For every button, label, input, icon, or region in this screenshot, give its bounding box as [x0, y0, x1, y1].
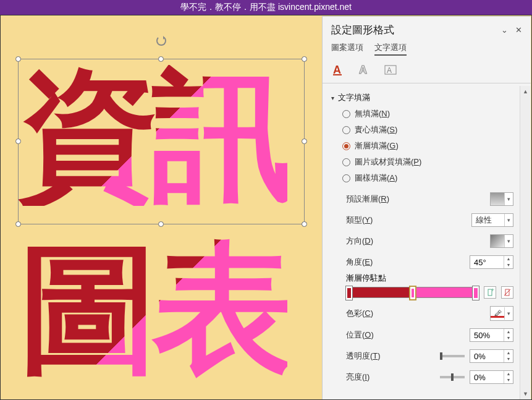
- color-picker-button[interactable]: 🖉 ▾: [490, 306, 513, 321]
- label-position: 位置(O): [346, 330, 374, 341]
- remove-stop-button[interactable]: [501, 286, 513, 299]
- spin-up-icon[interactable]: ▲: [504, 256, 513, 262]
- label-color: 色彩(C): [346, 308, 373, 319]
- section-text-fill[interactable]: ▾ 文字填滿: [331, 90, 527, 108]
- dropdown-arrow-icon: ▾: [504, 235, 513, 247]
- spin-down-icon[interactable]: ▼: [504, 262, 513, 268]
- radio-icon: [342, 174, 350, 182]
- label-type: 類型(Y): [346, 215, 373, 226]
- swatch-icon: [491, 235, 504, 247]
- resize-handle[interactable]: [15, 56, 21, 62]
- spin-up-icon[interactable]: ▲: [504, 329, 513, 335]
- radio-label: 實心填滿(S): [355, 124, 397, 135]
- angle-spinner[interactable]: ▲▼: [470, 255, 513, 269]
- swatch-icon: [491, 193, 504, 205]
- angle-input[interactable]: [470, 256, 504, 268]
- radio-icon: [342, 142, 350, 150]
- selection-box[interactable]: [18, 59, 305, 224]
- tab-shape-options[interactable]: 圖案選項: [331, 42, 363, 56]
- resize-handle[interactable]: [158, 221, 164, 227]
- slide-canvas[interactable]: 資訊 圖表: [1, 15, 322, 400]
- svg-rect-1: [333, 74, 342, 75]
- type-dropdown[interactable]: 線性 ▾: [471, 213, 513, 227]
- dropdown-value: 線性: [472, 214, 504, 226]
- text-effects-icon[interactable]: A: [357, 63, 372, 77]
- direction-dropdown[interactable]: ▾: [490, 234, 513, 248]
- gradient-bar[interactable]: [346, 287, 479, 298]
- svg-text:+: +: [491, 288, 494, 293]
- transparency-input[interactable]: [470, 350, 504, 362]
- textbox-icon[interactable]: A: [383, 63, 398, 77]
- label-direction: 方向(D): [346, 236, 373, 247]
- titlebar-text: 學不完．教不停．用不盡 isvincent.pixnet.net: [180, 2, 352, 13]
- resize-handle[interactable]: [15, 221, 21, 227]
- radio-label: 無填滿(N): [355, 108, 390, 119]
- radio-icon: [342, 126, 350, 134]
- tab-text-options[interactable]: 文字選項: [374, 42, 407, 56]
- dropdown-arrow-icon: ▾: [504, 214, 513, 226]
- spin-down-icon[interactable]: ▼: [504, 335, 513, 341]
- brightness-input[interactable]: [470, 371, 504, 383]
- preset-gradient-dropdown[interactable]: ▾: [490, 192, 513, 206]
- label-angle: 角度(E): [346, 257, 373, 268]
- resize-handle[interactable]: [15, 138, 21, 144]
- brightness-spinner[interactable]: ▲▼: [470, 370, 513, 384]
- position-spinner[interactable]: ▲▼: [470, 328, 513, 342]
- add-stop-button[interactable]: +: [484, 286, 496, 299]
- gradient-stop[interactable]: [345, 286, 353, 300]
- spin-up-icon[interactable]: ▲: [504, 350, 513, 356]
- radio-gradient-fill[interactable]: 漸層填滿(G): [342, 140, 527, 151]
- panel-body: ▾ 文字填滿 document.querySelector('.caret').…: [323, 86, 531, 399]
- panel-close-icon[interactable]: ✕: [515, 25, 522, 35]
- radio-pattern-fill[interactable]: 圖樣填滿(A): [342, 172, 527, 184]
- workspace: 資訊 圖表 設定圖形格式 ⌄ ✕ 圖案選項 文字選項: [0, 15, 532, 400]
- radio-no-fill[interactable]: 無填滿(N): [342, 108, 527, 119]
- panel-collapse-icon[interactable]: ⌄: [501, 25, 508, 35]
- panel-title: 設定圖形格式: [331, 23, 394, 37]
- spin-down-icon[interactable]: ▼: [504, 377, 513, 383]
- radio-icon: [342, 158, 350, 166]
- rotate-handle[interactable]: [156, 36, 166, 46]
- wordart-row2[interactable]: 圖表: [18, 238, 287, 379]
- text-fill-outline-icon[interactable]: A: [331, 63, 346, 77]
- spin-up-icon[interactable]: ▲: [504, 371, 513, 377]
- label-preset: 預設漸層(R): [346, 194, 389, 205]
- caret-down-icon: ▾: [331, 95, 334, 101]
- panel-scrollbar[interactable]: ▲ ▼: [520, 86, 531, 399]
- resize-handle[interactable]: [158, 56, 164, 62]
- brightness-slider[interactable]: [440, 376, 465, 378]
- dropdown-arrow-icon: ▾: [504, 307, 513, 320]
- format-shape-panel: 設定圖形格式 ⌄ ✕ 圖案選項 文字選項 A A A ▾ 文字填滿: [322, 16, 531, 399]
- scroll-down-icon[interactable]: ▼: [520, 388, 531, 399]
- label-stops: 漸層停駐點: [331, 269, 527, 286]
- transparency-slider[interactable]: [440, 355, 465, 357]
- resize-handle[interactable]: [302, 221, 307, 227]
- window-titlebar: 學不完．教不停．用不盡 isvincent.pixnet.net: [0, 0, 532, 15]
- radio-label: 圖樣填滿(A): [355, 172, 397, 184]
- gradient-stop-selected[interactable]: [409, 286, 416, 300]
- radio-solid-fill[interactable]: 實心填滿(S): [342, 124, 527, 135]
- radio-picture-fill[interactable]: 圖片或材質填滿(P): [342, 156, 527, 168]
- gradient-stop[interactable]: [472, 286, 479, 300]
- resize-handle[interactable]: [302, 138, 307, 144]
- scroll-up-icon[interactable]: ▲: [520, 86, 531, 97]
- svg-text:A: A: [359, 64, 367, 76]
- radio-label: 圖片或材質填滿(P): [355, 156, 421, 168]
- spin-down-icon[interactable]: ▼: [504, 356, 513, 362]
- radio-icon: [342, 110, 350, 118]
- label-transparency: 透明度(T): [346, 351, 381, 362]
- resize-handle[interactable]: [302, 56, 307, 62]
- transparency-spinner[interactable]: ▲▼: [470, 349, 513, 363]
- dropdown-arrow-icon: ▾: [504, 193, 513, 205]
- radio-label: 漸層填滿(G): [355, 140, 399, 151]
- position-input[interactable]: [470, 329, 504, 341]
- svg-text:A: A: [387, 66, 392, 75]
- label-brightness: 亮度(I): [346, 372, 369, 383]
- section-label: 文字填滿: [338, 92, 370, 103]
